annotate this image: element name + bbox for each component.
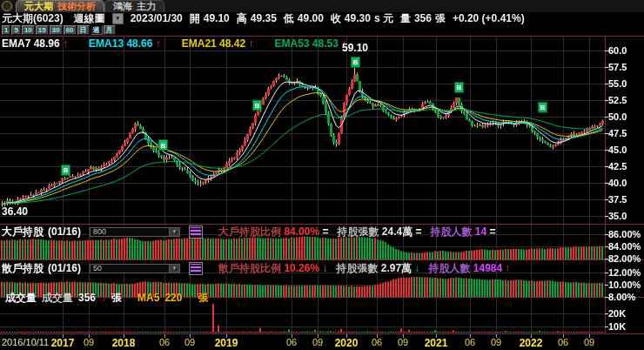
ema-legend: EMA7 48.96 ↑EMA13 48.66 ↑EMA21 48.42 ↑EM…: [2, 37, 346, 50]
date-label: 2019: [215, 337, 238, 349]
tab-function-label: 主力: [137, 0, 156, 13]
ema-label: EMA21 48.42: [182, 37, 249, 50]
big-holder-date: (01/16): [48, 225, 81, 238]
date-label: 09: [184, 337, 195, 347]
date-label: 2017: [51, 337, 75, 349]
date-label: 06: [372, 337, 382, 347]
chart-type-dropdown-icon[interactable]: ▾: [112, 13, 124, 24]
close-label: 收: [331, 11, 341, 26]
holder-stat: 持股人數 14 =: [431, 225, 496, 239]
peak-price-label: 59.10: [342, 42, 368, 54]
stat-arrow-icon: =: [490, 225, 496, 238]
tab-honhai-main-force[interactable]: 鴻海 主力: [104, 0, 164, 12]
retail-holder-axis-label: 12.00%: [608, 267, 641, 278]
ema-label: EMA7 48.96: [2, 37, 63, 50]
low-label: 低: [284, 11, 294, 26]
period-button-15[interactable]: 15: [36, 25, 49, 35]
ema-arrow-icon: ↑: [248, 37, 253, 50]
symbol-name: 元大期(6023): [2, 11, 64, 26]
ema-label: EMA53 48.53: [274, 37, 341, 50]
volume-value: 356: [414, 12, 432, 24]
stat-label: 持股張數: [336, 262, 380, 274]
app-icon: [2, 1, 12, 11]
date-tick: [346, 334, 347, 338]
stat-value: 84.00%: [284, 225, 322, 238]
volume-panel-header: 成交量 成交量 356 ↑ 張 MA5 220 ↑ 張: [0, 292, 604, 304]
date-tick: [496, 334, 497, 338]
period-button-1[interactable]: 1: [2, 25, 10, 35]
big-holder-threshold-value: 800: [93, 227, 106, 236]
date-tick: [563, 334, 564, 338]
period-button-週[interactable]: 週: [91, 25, 103, 35]
volume-up-arrow-icon: ↑: [101, 292, 106, 304]
period-button-10[interactable]: 10: [22, 25, 35, 35]
date-tick: [89, 334, 90, 338]
start-low-label: 36.40: [2, 205, 28, 218]
stat-arrow-icon: ↑: [506, 262, 511, 274]
date-label: 06: [465, 337, 475, 347]
threshold-dropdown-icon[interactable]: ▾: [169, 265, 179, 273]
period-button-日[interactable]: 日: [77, 25, 90, 35]
price-axis-label: 50.0: [608, 111, 627, 122]
big-holder-threshold-input[interactable]: 800 ▾: [90, 227, 180, 237]
retail-holder-axis-label: 10.00%: [608, 279, 641, 290]
date-tick: [164, 334, 165, 338]
date-tick: [292, 334, 292, 338]
ema-legend-item: EMA13 48.66 ↑: [89, 37, 161, 50]
holder-stat: 持股人數 14984 ↑: [428, 261, 510, 276]
period-button-60[interactable]: 60: [64, 25, 77, 35]
holder-stat: 大戶持股比例 84.00% =: [218, 225, 328, 239]
retail-holder-threshold-input[interactable]: 50 ▾: [90, 264, 180, 273]
volume-ma-up-arrow-icon: ↑: [187, 292, 192, 304]
date-tick: [318, 334, 319, 338]
holder-settings-icon[interactable]: [189, 262, 203, 275]
date-label: 2020: [335, 337, 359, 349]
stat-arrow-icon: ↓: [414, 262, 419, 274]
date-label: 09: [84, 337, 94, 347]
retail-holder-panel-header: 散戶持股 (01/16) 50 ▾ 散戶持股比例 10.26% ↓持股張數 2.…: [0, 262, 604, 274]
stat-label: 持股張數: [337, 225, 381, 238]
price-axis-label: 42.5: [608, 161, 627, 172]
ema-label: EMA13 48.66: [89, 37, 156, 50]
ema-legend-item: EMA53 48.53 ↑: [274, 37, 346, 50]
volume-panel-title: 成交量: [5, 291, 37, 306]
stat-arrow-icon: ↓: [322, 262, 327, 274]
date-label: 09: [398, 337, 408, 347]
retail-holder-axis-label: 8.00%: [608, 292, 635, 302]
period-button-月[interactable]: 月: [104, 25, 116, 35]
big-holder-panel-header: 大戶持股 (01/16) 800 ▾ 大戶持股比例 84.00% =持股張數 2…: [0, 225, 604, 238]
low-value: 49.00: [298, 12, 324, 24]
volume-ma-label: MA5: [138, 292, 159, 304]
big-holder-axis-label: 86.00%: [608, 229, 641, 239]
stat-value: 10.26%: [284, 262, 322, 274]
stat-value: 2.97萬: [381, 262, 415, 274]
stat-label: 持股人數: [428, 262, 473, 274]
quote-info-bar: 元大期(6023) 週線圖 ▾ 2023/01/30 開 49.10 高 49.…: [0, 12, 644, 24]
date-tick: [124, 334, 124, 338]
date-axis: 2016/10/11201709201806092019060920200609…: [0, 334, 644, 350]
holder-settings-icon[interactable]: [189, 225, 203, 239]
volume-stat-value: 356: [78, 292, 96, 304]
price-axis-label: 35.0: [608, 211, 627, 221]
price-axis-label: 37.5: [608, 194, 627, 205]
date-label: 2016/10/11: [2, 337, 49, 347]
chart-type-label: 週線圖: [74, 11, 105, 26]
period-button-5[interactable]: 5: [11, 25, 20, 35]
price-axis-label: 57.5: [608, 62, 627, 72]
retail-holder-date: (01/16): [48, 262, 81, 274]
date-tick: [226, 334, 227, 338]
app-window: 元大期 技術分析 鴻海 主力 元大期(6023) 週線圖 ▾ 2023/01/3…: [0, 0, 644, 350]
ema-arrow-icon: ↑: [63, 37, 68, 50]
date-label: 09: [584, 337, 594, 347]
period-button-30[interactable]: 30: [50, 25, 63, 35]
date-label: 09: [312, 337, 323, 347]
open-label: 開: [190, 11, 200, 26]
retail-holder-stats: 散戶持股比例 10.26% ↓持股張數 2.97萬 ↓持股人數 14984 ↑: [210, 261, 510, 276]
stat-label: 散戶持股比例: [218, 262, 284, 274]
threshold-dropdown-icon[interactable]: ▾: [169, 228, 179, 236]
price-axis-label: 40.0: [608, 178, 627, 188]
stat-value: 14984: [473, 262, 506, 274]
price-axis-label: 55.0: [608, 78, 627, 89]
retail-holder-threshold-value: 50: [93, 264, 102, 273]
date-label: 2021: [425, 337, 448, 349]
